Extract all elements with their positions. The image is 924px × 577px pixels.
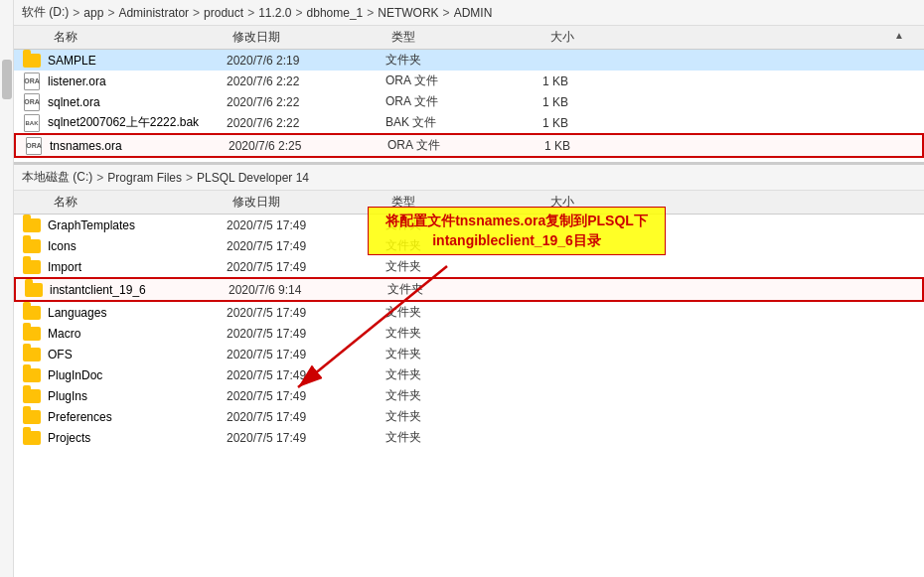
annotation-box: 将配置文件tnsnames.ora复制到PLSQL下 intangiblecli… [368, 207, 666, 255]
bak-icon: BAK [22, 115, 42, 131]
bottom-file-row[interactable]: Languages 2020/7/5 17:49 文件夹 [14, 302, 924, 323]
file-date: 2020/7/5 17:49 [227, 218, 385, 232]
bottom-file-row[interactable]: PlugIns 2020/7/5 17:49 文件夹 [14, 385, 924, 406]
file-type: 文件夹 [385, 366, 505, 383]
bottom-file-row[interactable]: Macro 2020/7/5 17:49 文件夹 [14, 323, 924, 344]
main-content: 软件 (D:) > app > Administrator > product … [14, 0, 924, 577]
breadcrumb-app[interactable]: app [83, 6, 103, 20]
file-type: 文件夹 [387, 281, 507, 298]
file-name: SAMPLE [48, 54, 227, 68]
top-file-row[interactable]: SAMPLE 2020/7/6 2:19 文件夹 [14, 50, 924, 71]
breadcrumb-admin-user[interactable]: Administrator [118, 6, 189, 20]
folder-icon [22, 326, 42, 342]
file-size: 1 KB [505, 74, 584, 88]
bottom-file-row[interactable]: Preferences 2020/7/5 17:49 文件夹 [14, 406, 924, 427]
file-date: 2020/7/5 17:49 [227, 368, 385, 382]
breadcrumb-dbhome[interactable]: dbhome_1 [307, 6, 364, 20]
top-section: 软件 (D:) > app > Administrator > product … [14, 0, 924, 165]
file-type: 文件夹 [385, 387, 505, 404]
file-name: OFS [48, 348, 227, 361]
file-name: Preferences [48, 410, 227, 424]
file-type: 文件夹 [385, 429, 505, 446]
annotation-line2: intangibleclient_19_6目录 [432, 232, 601, 248]
breadcrumb-drive[interactable]: 软件 (D:) [22, 4, 69, 21]
file-type: ORA 文件 [385, 93, 505, 110]
folder-icon [22, 217, 42, 233]
folder-icon [22, 430, 42, 446]
file-type: 文件夹 [385, 408, 505, 425]
file-date: 2020/7/5 17:49 [227, 410, 385, 424]
breadcrumb-version[interactable]: 11.2.0 [258, 6, 291, 20]
file-type: ORA 文件 [387, 137, 507, 154]
bottom-breadcrumb-drive[interactable]: 本地磁盘 (C:) [22, 169, 92, 186]
file-date: 2020/7/6 2:22 [227, 74, 385, 88]
file-name: tnsnames.ora [50, 139, 229, 153]
file-name: Import [48, 260, 227, 274]
ora-icon: ORA [22, 73, 42, 89]
bottom-breadcrumb-plsql[interactable]: PLSQL Developer 14 [197, 171, 309, 185]
file-type: 文件夹 [385, 304, 505, 321]
header-size[interactable]: 大小 [511, 29, 590, 46]
top-file-list-header: 名称 修改日期 类型 大小 [14, 26, 924, 50]
bottom-header-name[interactable]: 名称 [14, 194, 232, 211]
bottom-file-row[interactable]: Projects 2020/7/5 17:49 文件夹 [14, 427, 924, 448]
header-name[interactable]: 名称 [14, 29, 232, 46]
file-date: 2020/7/5 17:49 [227, 389, 385, 403]
file-date: 2020/7/6 2:25 [229, 139, 387, 153]
file-name: GraphTemplates [48, 218, 227, 232]
file-size: 1 KB [505, 95, 584, 109]
bottom-file-row[interactable]: OFS 2020/7/5 17:49 文件夹 [14, 344, 924, 364]
header-type[interactable]: 类型 [391, 29, 511, 46]
file-date: 2020/7/6 2:22 [227, 95, 385, 109]
bottom-breadcrumb-programfiles[interactable]: Program Files [107, 171, 182, 185]
breadcrumb-admin[interactable]: ADMIN [454, 6, 493, 20]
bottom-file-row[interactable]: Import 2020/7/5 17:49 文件夹 [14, 256, 924, 277]
top-file-row[interactable]: BAK sqlnet2007062上午2222.bak 2020/7/6 2:2… [14, 112, 924, 133]
breadcrumb-product[interactable]: product [204, 6, 243, 20]
top-file-row[interactable]: ORA sqlnet.ora 2020/7/6 2:22 ORA 文件 1 KB [14, 91, 924, 112]
file-type: BAK 文件 [385, 114, 505, 131]
bottom-file-row[interactable]: PlugInDoc 2020/7/5 17:49 文件夹 [14, 364, 924, 385]
file-type: 文件夹 [385, 258, 505, 275]
file-date: 2020/7/5 17:49 [227, 348, 385, 361]
left-scrollbar[interactable] [0, 0, 14, 577]
file-name: Languages [48, 306, 227, 320]
folder-icon [22, 238, 42, 254]
file-date: 2020/7/5 17:49 [227, 327, 385, 341]
bottom-file-row[interactable]: instantclient_19_6 2020/7/6 9:14 文件夹 [14, 277, 924, 302]
scroll-thumb[interactable] [2, 60, 12, 99]
file-date: 2020/7/6 2:22 [227, 116, 385, 130]
top-breadcrumb: 软件 (D:) > app > Administrator > product … [14, 0, 924, 26]
file-date: 2020/7/6 2:19 [227, 54, 385, 68]
file-type: 文件夹 [385, 325, 505, 342]
folder-icon [22, 53, 42, 69]
folder-icon [22, 305, 42, 321]
header-date[interactable]: 修改日期 [232, 29, 391, 46]
file-name: Projects [48, 431, 227, 445]
sort-arrow: ▲ [894, 30, 904, 41]
file-date: 2020/7/5 17:49 [227, 260, 385, 274]
file-name: Icons [48, 239, 227, 253]
file-type: 文件夹 [385, 52, 505, 69]
file-type: ORA 文件 [385, 72, 505, 89]
file-date: 2020/7/5 17:49 [227, 431, 385, 445]
top-file-row[interactable]: ORA listener.ora 2020/7/6 2:22 ORA 文件 1 … [14, 71, 924, 91]
top-file-list: SAMPLE 2020/7/6 2:19 文件夹 ORA listener.or… [14, 50, 924, 158]
ora-icon: ORA [24, 138, 44, 154]
annotation-line1: 将配置文件tnsnames.ora复制到PLSQL下 [385, 213, 648, 228]
file-name: instantclient_19_6 [50, 283, 229, 297]
folder-icon [22, 388, 42, 404]
folder-icon [22, 259, 42, 275]
file-type: 文件夹 [385, 346, 505, 362]
file-date: 2020/7/5 17:49 [227, 306, 385, 320]
file-name: sqlnet2007062上午2222.bak [48, 114, 227, 131]
breadcrumb-network[interactable]: NETWORK [378, 6, 438, 20]
file-name: PlugInDoc [48, 368, 227, 382]
file-name: Macro [48, 327, 227, 341]
top-file-row[interactable]: ORA tnsnames.ora 2020/7/6 2:25 ORA 文件 1 … [14, 133, 924, 158]
folder-icon [22, 347, 42, 362]
file-date: 2020/7/6 9:14 [229, 283, 387, 297]
folder-icon [24, 282, 44, 298]
ora-icon: ORA [22, 94, 42, 110]
file-date: 2020/7/5 17:49 [227, 239, 385, 253]
